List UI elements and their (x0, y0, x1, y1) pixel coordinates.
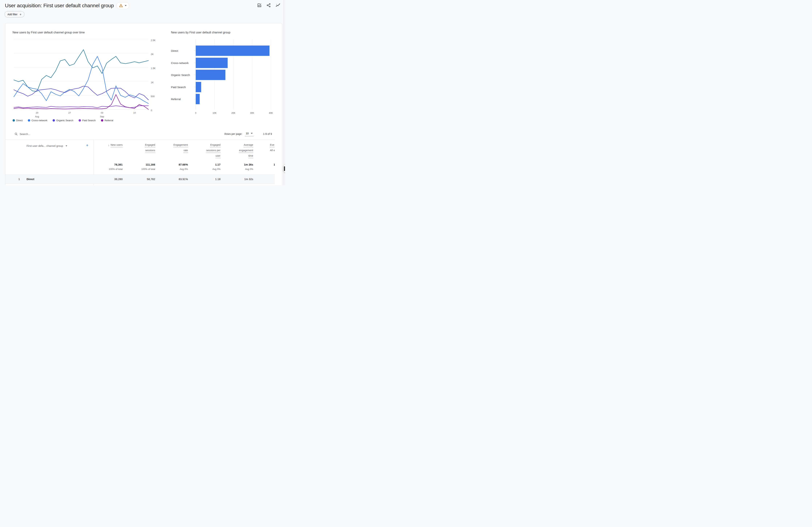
row-index: 1 (18, 175, 20, 184)
pagination-controls: Rows per page: 10 1-9 of 9 (205, 132, 272, 136)
chevron-down-icon (251, 133, 253, 134)
rows-per-page-select[interactable]: 10 (245, 132, 253, 136)
insights-icon[interactable] (276, 3, 280, 7)
add-filter-label: Add filter (8, 13, 17, 16)
bar-category-label: Referral (171, 97, 180, 101)
x-axis-label: 10K (213, 112, 217, 114)
table-header-engaged-sessions-per-user[interactable]: Engagedsessions peruser (206, 144, 220, 158)
line-chart: 05001K1.5K2K2.5K20Aug2703Sep10 (13, 39, 158, 119)
line-series-organic-search (14, 86, 148, 100)
y-axis-label: 0 (151, 109, 152, 112)
data-quality-chip[interactable] (116, 2, 129, 9)
totals-value: 78,381 (114, 163, 122, 166)
x-axis-label: 10 (133, 111, 136, 114)
chevron-down-icon (125, 5, 127, 6)
x-axis-label: 03 (101, 111, 103, 114)
totals-value: 1m 26s (244, 163, 253, 166)
table-cell: 1.18 (215, 175, 220, 184)
bar-cross-network (196, 58, 228, 68)
legend-dot (28, 119, 30, 122)
plus-icon: + (19, 13, 21, 16)
legend-label: Direct (16, 119, 23, 122)
rows-per-page-value: 10 (246, 132, 249, 135)
totals-cell: 111,166100% of total (141, 163, 155, 170)
share-icon[interactable] (266, 3, 271, 7)
totals-subtext: Avg 0% (245, 168, 253, 170)
report-actions (257, 3, 280, 7)
pagination-range: 1-9 of 9 (263, 133, 272, 135)
legend-label: Paid Search (82, 119, 96, 122)
header-label: time (248, 154, 253, 158)
totals-cell: 1m 26sAvg 0% (244, 163, 253, 170)
scrollbar-track[interactable] (284, 0, 285, 185)
header-label: Engagement (174, 144, 188, 147)
x-axis-label: 27 (68, 111, 71, 114)
totals-value: 1.17 (215, 163, 220, 166)
header-label: sessions (145, 149, 155, 153)
dimension-header-label: First user defa... channel group (27, 145, 63, 147)
edit-report-icon[interactable] (257, 3, 262, 7)
bar-category-label: Paid Search (171, 86, 186, 89)
x-axis-label: 20 (36, 111, 38, 114)
bar-direct (196, 46, 270, 56)
header-label: Engaged (145, 144, 155, 147)
totals-cell: 1.17Avg 0% (212, 163, 220, 170)
legend-label: Referral (105, 119, 113, 122)
y-axis-label: 1.5K (151, 67, 156, 70)
y-axis-label: 2K (151, 53, 154, 56)
ga4-user-acquisition-report: { "header": { "title": "User acquisition… (0, 0, 285, 185)
data-table: First user defa... channel group + ↓New … (5, 139, 275, 185)
bar-organic-search (196, 70, 226, 80)
bar-referral (196, 94, 200, 104)
header-label: Eve (270, 144, 274, 147)
totals-subtext: Avg 0% (180, 168, 188, 170)
header-label: sessions per (206, 149, 220, 153)
line-series-cross-network (14, 56, 148, 103)
dimension-header[interactable]: First user defa... channel group (27, 145, 67, 147)
page-title: User acquisition: First user default cha… (5, 3, 114, 9)
legend-dot (101, 119, 103, 122)
table-header-engaged-sessions[interactable]: Engagedsessions (145, 144, 155, 153)
x-axis-label: 30K (250, 112, 254, 114)
totals-value-truncated: 1 (274, 163, 275, 166)
table-cell: 83.91% (179, 175, 188, 184)
header-label: user (216, 154, 220, 158)
x-axis-label: 0 (195, 112, 197, 114)
legend-label: Cross-network (31, 119, 47, 122)
y-axis-label: 2.5K (151, 39, 156, 42)
header-label: New users (111, 144, 122, 147)
row-dimension: Direct (27, 175, 34, 184)
legend-item: Referral (101, 119, 113, 122)
table-row: 1Direct39,28058,78283.91%1.181m 32s (5, 175, 275, 184)
totals-subtext: 100% of total (141, 168, 155, 170)
table-cell: 39,280 (114, 175, 122, 184)
table-header-engagement-rate[interactable]: Engagementrate (174, 144, 188, 153)
header-label: Engaged (210, 144, 220, 147)
table-cell: 1m 32s (244, 175, 253, 184)
y-axis-label: 1K (151, 81, 154, 84)
table-header-new-users[interactable]: ↓New users (108, 144, 122, 147)
bar-chart: 010K20K30K40KDirectCross-networkOrganic … (169, 39, 282, 119)
table-search[interactable]: Search... (14, 132, 30, 136)
header-label: All e (270, 149, 275, 152)
totals-subtext: 100% of total (109, 168, 122, 170)
table-header-eve-all-e[interactable]: EveAll e (270, 144, 275, 152)
line-chart-title: New users by First user default channel … (13, 31, 85, 34)
table-header-average-engagement-time[interactable]: Averageengagementtime (239, 144, 253, 158)
legend-item: Organic Search (53, 119, 73, 122)
add-dimension-button[interactable]: + (86, 143, 88, 148)
report-card: New users by First user default channel … (5, 23, 282, 185)
legend-dot (78, 119, 81, 122)
insights-fab[interactable] (283, 164, 285, 173)
x-axis-label: 40K (269, 112, 273, 114)
add-filter-button[interactable]: Add filter + (4, 11, 24, 17)
y-axis-label: 500 (151, 95, 155, 98)
x-axis-sublabel: Sep (100, 116, 104, 118)
header-label: Average (244, 144, 253, 147)
legend-label: Organic Search (56, 119, 73, 122)
fab-glyph (284, 166, 285, 171)
bar-paid-search (196, 82, 201, 92)
totals-cell: 87.66%Avg 0% (179, 163, 188, 170)
totals-subtext: Avg 0% (212, 168, 220, 170)
legend-dot (53, 119, 55, 122)
